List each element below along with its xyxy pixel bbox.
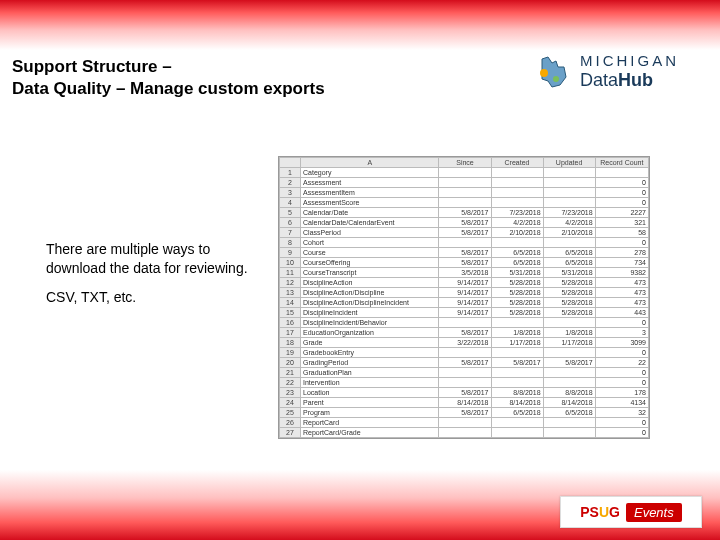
table-row: 2Assessment0 (280, 178, 649, 188)
table-row: 17EducationOrganization5/8/20171/8/20181… (280, 328, 649, 338)
table-row: 18Grade3/22/20181/17/20181/17/20183099 (280, 338, 649, 348)
corner-cell (280, 158, 301, 168)
table-row: 14DisciplineAction/DisciplineIncident9/1… (280, 298, 649, 308)
logo-line-2: DataHub (580, 70, 653, 90)
col-since: Since (439, 158, 491, 168)
table-row: 10CourseOffering5/8/20176/5/20186/5/2018… (280, 258, 649, 268)
table-row: 15DisciplineIncident9/14/20175/28/20185/… (280, 308, 649, 318)
table-row: 3AssessmentItem0 (280, 188, 649, 198)
slide-title: Support Structure – Data Quality – Manag… (12, 56, 325, 100)
title-line-1: Support Structure – (12, 57, 172, 76)
body-paragraph-2: CSV, TXT, etc. (46, 288, 256, 307)
table-row: 19GradebookEntry0 (280, 348, 649, 358)
table-row: 25Program5/8/20176/5/20186/5/201832 (280, 408, 649, 418)
svg-point-1 (553, 76, 559, 82)
body-copy: There are multiple ways to download the … (46, 240, 256, 307)
events-badge: Events (626, 503, 682, 522)
table-row: 26ReportCard0 (280, 418, 649, 428)
psug-text: PSUG (580, 504, 620, 520)
col-created: Created (491, 158, 543, 168)
table-row: 16DisciplineIncident/Behavior0 (280, 318, 649, 328)
col-updated: Updated (543, 158, 595, 168)
michigan-map-icon (534, 53, 574, 91)
table-row: 13DisciplineAction/Discipline9/14/20175/… (280, 288, 649, 298)
col-letter: A (301, 158, 439, 168)
table-row: 7ClassPeriod5/8/20172/10/20182/10/201858 (280, 228, 649, 238)
table-row: 4AssessmentScore0 (280, 198, 649, 208)
table-row: 21GraduationPlan0 (280, 368, 649, 378)
table-row: 6CalendarDate/CalendarEvent5/8/20174/2/2… (280, 218, 649, 228)
spreadsheet-screenshot: A Since Created Updated Record Count 1Ca… (278, 156, 650, 439)
col-count: Record Count (595, 158, 648, 168)
title-line-2: Data Quality – Manage custom exports (12, 79, 325, 98)
table-row: 8Cohort0 (280, 238, 649, 248)
table-row: 12DisciplineAction9/14/20175/28/20185/28… (280, 278, 649, 288)
table-row: 27ReportCard/Grade0 (280, 428, 649, 438)
table-row: 11CourseTranscript3/5/20185/31/20185/31/… (280, 268, 649, 278)
table-row: 24Parent8/14/20188/14/20188/14/20184134 (280, 398, 649, 408)
table-row: 5Calendar/Date5/8/20177/23/20187/23/2018… (280, 208, 649, 218)
table-row: 1Category (280, 168, 649, 178)
column-letter-row: A Since Created Updated Record Count (280, 158, 649, 168)
psug-events-logo: PSUG Events (560, 496, 702, 528)
top-gradient-band (0, 0, 720, 50)
logo-line-1: MICHIGAN (580, 52, 679, 69)
body-paragraph-1: There are multiple ways to download the … (46, 240, 256, 278)
svg-point-0 (540, 69, 548, 77)
table-row: 20GradingPeriod5/8/20175/8/20175/8/20172… (280, 358, 649, 368)
table-row: 23Location5/8/20178/8/20188/8/2018178 (280, 388, 649, 398)
table-row: 9Course5/8/20176/5/20186/5/2018278 (280, 248, 649, 258)
table-row: 22Intervention0 (280, 378, 649, 388)
michigan-datahub-logo: MICHIGAN DataHub (534, 52, 704, 96)
